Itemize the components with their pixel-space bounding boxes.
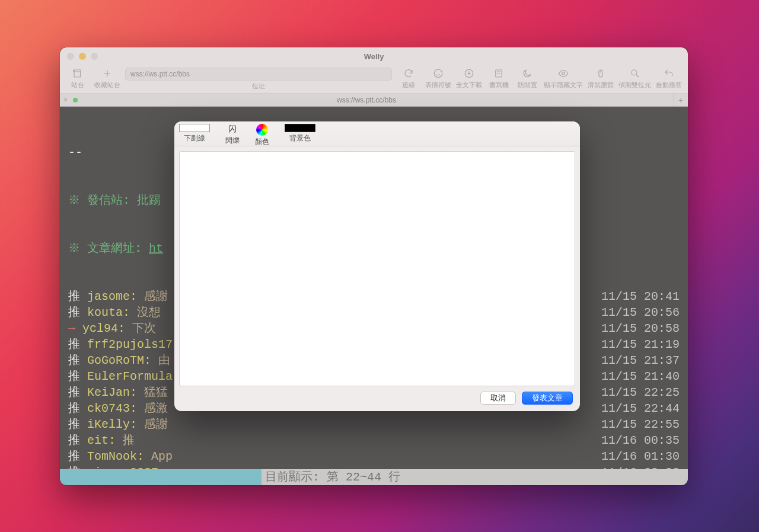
emoticon-button[interactable]: 表情符號 (425, 68, 451, 89)
colon: : (118, 321, 125, 336)
download-button[interactable]: 全文下載 (456, 68, 482, 89)
reply-icon (664, 68, 674, 79)
compose-icon (493, 68, 504, 79)
message-text: 感謝 (137, 416, 168, 432)
tool-label: 背景色 (289, 133, 311, 143)
push-marker: 推 (68, 448, 80, 464)
push-marker: 推 (68, 400, 80, 416)
submit-button[interactable]: 發表文章 (522, 392, 573, 405)
moon-icon (522, 68, 532, 79)
timestamp: 11/15 21:40 (601, 368, 680, 384)
timestamp: 11/15 21:19 (601, 336, 680, 352)
terminal-line: ※ 發信站: 批踢 (68, 193, 161, 209)
push-marker: 推 (68, 289, 80, 305)
message-text: 由 (151, 352, 170, 368)
smile-icon (433, 68, 444, 79)
detectdbl-button[interactable]: 偵測雙位元 (618, 68, 651, 89)
sites-button[interactable]: 站台 (66, 68, 90, 89)
address-label: 位址 (252, 82, 265, 91)
bookmark-button[interactable]: 收藏站台 (94, 68, 120, 89)
push-marker: 推 (68, 352, 80, 368)
colon: : (130, 400, 137, 416)
minimize-window-button[interactable] (79, 53, 86, 60)
mouse-icon (595, 68, 606, 79)
user-name: TomNook (87, 448, 137, 464)
toolbar-label: 顯示隱藏文字 (544, 81, 583, 89)
user-name: EulerFormula (87, 368, 173, 384)
tab-bbs[interactable]: × wss://ws.ptt.cc/bbs (60, 94, 674, 106)
message-text: 感謝 (137, 289, 168, 305)
timestamp: 11/15 22:44 (601, 400, 680, 416)
window-title: Welly (364, 52, 384, 61)
toolbar-label: 偵測雙位元 (618, 81, 651, 89)
user-name: eit (87, 432, 109, 448)
sheet-toolbar: 下劃線 闪 閃爍 顏色 背景色 (174, 121, 580, 146)
compose-sheet: 下劃線 闪 閃爍 顏色 背景色 取消 發表文章 (174, 121, 580, 411)
timestamp: 11/16 01:30 (601, 448, 680, 464)
blink-glyph-icon: 闪 (228, 124, 237, 134)
toolbar-label: 書寫機 (489, 81, 509, 89)
refresh-icon (403, 68, 414, 79)
user-name: KeiJan (87, 384, 130, 400)
message-text: 猛猛 (137, 384, 168, 400)
tab-bar: × wss://ws.ptt.cc/bbs + (60, 94, 688, 107)
blink-tool[interactable]: 闪 閃爍 (225, 124, 240, 146)
tab-label: wss://ws.ptt.cc/bbs (337, 96, 396, 104)
color-wheel-icon (256, 124, 268, 136)
tool-label: 閃爍 (225, 136, 240, 146)
book-icon (72, 68, 83, 79)
bgcolor-tool[interactable]: 背景色 (285, 124, 315, 143)
compose-textarea[interactable] (179, 151, 575, 386)
terminal-row: 推 eit: 推11/16 00:35 (68, 432, 680, 448)
cancel-button[interactable]: 取消 (480, 392, 516, 405)
reconnect-button[interactable]: 連線 (397, 68, 420, 89)
colon: : (123, 305, 130, 321)
colon: : (137, 448, 144, 464)
underline-swatch-icon (179, 124, 210, 132)
message-text: 感激 (137, 400, 168, 416)
tool-label: 顏色 (255, 137, 269, 147)
tool-label: 下劃線 (184, 133, 205, 143)
compose-button[interactable]: 書寫機 (487, 68, 511, 89)
message-text: 推 (116, 432, 135, 448)
close-tab-icon[interactable]: × (63, 96, 68, 104)
plus-icon (102, 68, 113, 79)
address-input[interactable] (125, 68, 392, 81)
toolbar: 站台 收藏站台 位址 連線 表情符號 全文下載 書寫機 防閒置 (60, 65, 688, 94)
svg-point-5 (632, 70, 637, 75)
user-name: ck0743 (87, 400, 130, 416)
terminal-row: 推 TomNook: App11/16 01:30 (68, 448, 680, 464)
toolbar-label: 滑鼠瀏覽 (588, 81, 614, 89)
underline-tool[interactable]: 下劃線 (179, 124, 210, 143)
toolbar-label: 連線 (402, 81, 415, 89)
svg-point-0 (434, 69, 442, 78)
push-marker: → (68, 321, 75, 336)
window-controls (67, 53, 98, 60)
close-window-button[interactable] (67, 53, 74, 60)
terminal-row: 推 iKelly: 感謝11/15 22:55 (68, 416, 680, 432)
push-marker: 推 (68, 368, 80, 384)
timestamp: 11/15 20:56 (601, 305, 680, 321)
push-marker: 推 (68, 416, 80, 432)
toolbar-label: 全文下載 (456, 81, 482, 89)
toolbar-label: 自動應答 (656, 81, 682, 89)
push-marker: 推 (68, 305, 80, 321)
colon: : (144, 352, 151, 368)
autoreply-button[interactable]: 自動應答 (656, 68, 682, 89)
toolbar-label: 站台 (71, 81, 84, 89)
new-tab-button[interactable]: + (674, 94, 688, 106)
colon: : (130, 384, 137, 400)
showhidden-button[interactable]: 顯示隱藏文字 (544, 68, 583, 89)
color-tool[interactable]: 顏色 (255, 124, 269, 147)
status-bar: 瀏覽 第 2/3 頁 ( 69%) 目前顯示: 第 22~44 行 (y)回應(… (60, 469, 688, 485)
status-dot-icon (73, 98, 78, 102)
titlebar: Welly (60, 47, 688, 65)
colon: : (109, 432, 116, 448)
svg-point-3 (562, 72, 565, 75)
timestamp: 11/15 21:37 (601, 352, 680, 368)
mousebrowse-button[interactable]: 滑鼠瀏覽 (588, 68, 614, 89)
timestamp: 11/15 22:25 (601, 384, 680, 400)
zoom-window-button[interactable] (91, 53, 98, 60)
colon: : (130, 416, 137, 432)
antiidle-button[interactable]: 防閒置 (515, 68, 539, 89)
